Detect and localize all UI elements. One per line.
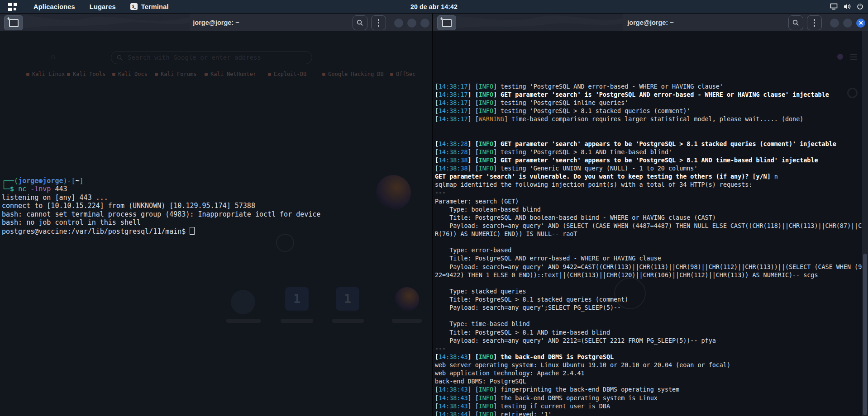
ghost-desktop-icon <box>231 290 255 314</box>
search-icon <box>357 19 363 26</box>
power-icon[interactable] <box>857 3 863 10</box>
new-tab-icon <box>442 19 452 27</box>
ghost-search-placeholder: Search with Google or enter address <box>128 53 261 62</box>
left-terminal-body[interactable]: ⌂ Search with Google or enter address Ka… <box>0 31 432 416</box>
clock[interactable]: 20 de abr 14:42 <box>0 3 868 10</box>
top-panel: Aplicaciones Lugares $_ Terminal 20 de a… <box>0 0 868 13</box>
terminal-line: listening on [any] 443 ... <box>2 194 432 202</box>
scrollbar[interactable] <box>862 31 868 416</box>
right-terminal-body[interactable]: [14:38:17] [INFO] testing 'PostgreSQL AN… <box>433 31 868 416</box>
ghost-bookmark: Kali Forums <box>155 70 196 79</box>
terminal-line: sqlmap identified the following injectio… <box>435 181 868 189</box>
maximize-button[interactable] <box>407 19 416 28</box>
terminal-window-left: jorge@jorge: ~ ⌂ Search with <box>0 14 432 416</box>
terminal-line: [14:38:43] [INFO] the back-end DBMS is P… <box>435 353 868 361</box>
ghost-extension-icon <box>837 54 843 60</box>
ghost-bookmark: Kali Tools <box>67 70 105 79</box>
terminal-line: ┌──(jorge⊛jorge)-[~] <box>2 177 432 185</box>
new-tab-button[interactable] <box>4 15 23 30</box>
terminal-line: [14:38:17] [WARNING] time-based comparis… <box>435 115 868 123</box>
terminal-line: connect to [10.10.15.224] from (UNKNOWN)… <box>2 202 432 210</box>
ghost-ring <box>276 234 294 252</box>
terminal-line: Parameter: search (GET) <box>435 198 868 206</box>
ghost-bookmark: OffSec <box>390 70 415 79</box>
minimize-button[interactable] <box>830 19 839 28</box>
terminal-line: └─$ nc -lnvp 443 <box>2 185 432 194</box>
minimize-button[interactable] <box>394 19 403 28</box>
kebab-icon <box>814 19 816 27</box>
close-button[interactable] <box>420 19 429 28</box>
menu-kebab-button[interactable] <box>807 15 822 30</box>
ghost-icon-label <box>392 319 422 323</box>
new-tab-icon <box>9 19 19 27</box>
kali-dragon-watermark <box>433 14 623 31</box>
terminal-line: [14:38:43] [INFO] testing if current use… <box>435 402 868 411</box>
display-icon[interactable] <box>830 3 838 10</box>
ghost-home-icon: ⌂ <box>51 52 55 61</box>
terminal-line: bash: cannot set terminal process group … <box>2 210 432 219</box>
terminal-line: [14:38:28] [INFO] testing 'PostgreSQL > … <box>435 148 868 156</box>
maximize-button[interactable] <box>843 19 852 28</box>
terminal-line: Payload: search=any query' AND (SELECT (… <box>435 222 868 230</box>
terminal-line <box>435 238 868 246</box>
ghost-bookmark: Exploit-DB <box>268 70 306 79</box>
ghost-desktop-icon-firefox <box>395 287 419 312</box>
terminal-line: Title: PostgreSQL AND boolean-based blin… <box>435 214 868 222</box>
terminal-line: 22=9422) THEN 1 ELSE 0 END))::text||(CHR… <box>435 271 868 279</box>
close-icon <box>859 21 863 25</box>
scrollbar-thumb[interactable] <box>863 254 867 415</box>
terminal-line: GET parameter 'search' is vulnerable. Do… <box>435 173 868 181</box>
terminal-line: Payload: search=any query' AND 9422=CAST… <box>435 263 868 271</box>
ghost-bookmark: Kali Linux <box>26 70 65 79</box>
terminal-line: Type: error-based <box>435 246 868 255</box>
terminal-line: web application technology: Apache 2.4.4… <box>435 369 868 378</box>
terminal-line: postgres@vaccine:/var/lib/postgresql/11/… <box>2 227 432 236</box>
terminal-line: R(76)) AS NUMERIC) END)) IS NULL-- raoT <box>435 230 868 238</box>
terminal-line: [14:38:38] [INFO] GET parameter 'search'… <box>435 156 868 165</box>
ghost-search-bar: Search with Google or enter address <box>111 51 312 64</box>
menu-kebab-button[interactable] <box>371 15 386 30</box>
volume-icon[interactable] <box>844 3 851 10</box>
new-tab-button[interactable] <box>437 15 456 30</box>
terminal-line <box>435 123 868 132</box>
search-button[interactable] <box>353 15 367 30</box>
close-button[interactable] <box>856 19 865 28</box>
ghost-bookmark: Google Hacking DB <box>322 70 384 79</box>
terminal-line: [14:38:28] [INFO] GET parameter 'search'… <box>435 140 868 148</box>
terminal-line: Type: boolean-based blind <box>435 206 868 214</box>
terminal-line: Title: PostgreSQL > 8.1 stacked queries … <box>435 296 868 304</box>
ghost-desktop-icon-vm2: 1 <box>336 287 359 311</box>
kali-dragon-watermark <box>0 14 190 31</box>
terminal-line: [14:38:17] [INFO] GET parameter 'search'… <box>435 91 868 99</box>
terminal-line: [14:38:17] [INFO] testing 'PostgreSQL AN… <box>435 83 868 91</box>
desktop: Aplicaciones Lugares $_ Terminal 20 de a… <box>0 0 868 416</box>
search-button[interactable] <box>788 15 803 30</box>
ghost-icon-label <box>281 319 313 323</box>
left-terminal-titlebar[interactable]: jorge@jorge: ~ <box>0 14 432 32</box>
ghost-bookmark: Kali NetHunter <box>205 70 256 79</box>
terminal-line: back-end DBMS: PostgreSQL <box>435 378 868 386</box>
right-terminal-titlebar[interactable]: jorge@jorge: ~ <box>433 14 868 32</box>
terminal-line: bash: no job control in this shell <box>2 218 432 227</box>
terminal-line: Type: time-based blind <box>435 320 868 328</box>
terminal-line <box>435 132 868 140</box>
terminal-line: --- <box>435 345 868 353</box>
terminal-cursor <box>190 227 195 235</box>
ghost-bookmark: Kali Docs <box>112 70 148 79</box>
terminal-line: [14:38:17] [INFO] testing 'PostgreSQL > … <box>435 107 868 115</box>
ghost-search-icon <box>117 55 123 61</box>
terminal-line: [14:38:38] [INFO] testing 'Generic UNION… <box>435 165 868 173</box>
terminal-window-right: jorge@jorge: ~ <box>433 14 868 416</box>
terminal-line: Title: PostgreSQL > 8.1 AND time-based b… <box>435 329 868 337</box>
kebab-icon <box>378 19 380 27</box>
terminal-line: [14:38:43] [INFO] fingerprinting the bac… <box>435 386 868 394</box>
terminal-line: Payload: search=any query';SELECT PG_SLE… <box>435 304 868 312</box>
terminal-line <box>435 312 868 320</box>
terminal-line: Payload: search=any query' AND 2212=(SEL… <box>435 337 868 345</box>
terminal-line: [14:38:43] [INFO] the back-end DBMS oper… <box>435 394 868 402</box>
ghost-icon-label <box>226 319 261 323</box>
terminal-line: Title: PostgreSQL AND error-based - WHER… <box>435 255 868 263</box>
terminal-line: [14:38:44] [INFO] retrieved: '1' <box>435 411 868 416</box>
terminal-line: --- <box>435 189 868 197</box>
terminal-line: Type: stacked queries <box>435 288 868 296</box>
